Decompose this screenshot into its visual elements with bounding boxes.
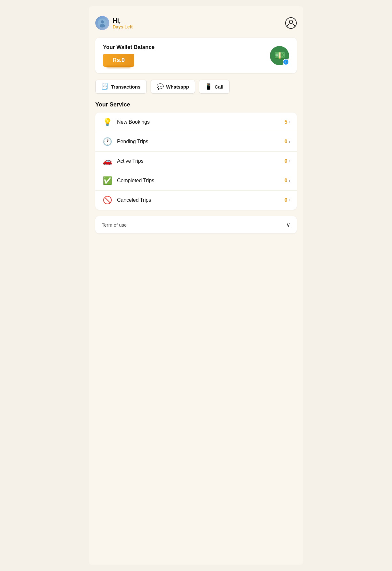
svg-point-1 [101,20,104,24]
avatar [95,16,109,30]
service-item-canceled-trips[interactable]: 🚫 Canceled Trips 0 › [95,191,297,210]
money-icon: 💵 [274,50,285,61]
term-of-use-chevron: ∨ [286,221,290,228]
term-of-use-label: Term of use [102,222,127,228]
active-trips-label: Active Trips [117,158,285,164]
greeting-text: Hi, [113,17,133,24]
canceled-trips-chevron: › [289,197,290,203]
active-trips-count: 0 [285,158,287,164]
new-bookings-icon: 💡 [102,118,113,127]
service-item-pending-trips[interactable]: 🕐 Pending Trips 0 › [95,132,297,152]
transactions-label: Transactions [111,84,141,90]
action-buttons: 🧾 Transactions 💬 Whatsapp 📱 Call [95,80,297,94]
completed-trips-count: 0 [285,178,287,184]
header-text: Hi, Days Left [113,17,133,29]
service-item-completed-trips[interactable]: ✅ Completed Trips 0 › [95,171,297,191]
service-item-active-trips[interactable]: 🚗 Active Trips 0 › [95,152,297,171]
header: Hi, Days Left [95,16,297,30]
svg-point-4 [289,20,293,23]
pending-trips-chevron: › [289,139,290,145]
pending-trips-icon: 🕐 [102,137,113,146]
active-trips-chevron: › [289,158,290,164]
profile-icon[interactable] [285,17,297,29]
pending-trips-label: Pending Trips [117,139,285,145]
phone-container: Hi, Days Left Your Wallet Balance Rs.0 💵… [89,6,303,565]
add-money-badge: + [283,59,289,65]
canceled-trips-icon: 🚫 [102,196,113,205]
new-bookings-label: New Bookings [117,119,285,125]
service-item-new-bookings[interactable]: 💡 New Bookings 5 › [95,113,297,132]
service-list: 💡 New Bookings 5 › 🕐 Pending Trips 0 › 🚗… [95,113,297,210]
completed-trips-chevron: › [289,178,290,184]
completed-trips-label: Completed Trips [117,178,285,184]
wallet-icon[interactable]: 💵 + [270,46,289,65]
wallet-balance-button[interactable]: Rs.0 [103,54,134,67]
transactions-icon: 🧾 [101,83,108,90]
new-bookings-chevron: › [289,119,290,125]
wallet-title: Your Wallet Balance [103,44,155,51]
call-button[interactable]: 📱 Call [199,80,230,94]
completed-trips-icon: ✅ [102,176,113,185]
your-service-title: Your Service [95,101,297,108]
svg-point-2 [100,24,105,27]
days-left-text: Days Left [113,24,133,29]
active-trips-icon: 🚗 [102,157,113,166]
call-label: Call [215,84,223,90]
whatsapp-label: Whatsapp [166,84,189,90]
new-bookings-count: 5 [285,119,287,125]
wallet-info: Your Wallet Balance Rs.0 [103,44,155,67]
term-of-use-section[interactable]: Term of use ∨ [95,216,297,233]
whatsapp-icon: 💬 [157,83,164,90]
header-left: Hi, Days Left [95,16,133,30]
canceled-trips-label: Canceled Trips [117,197,285,203]
pending-trips-count: 0 [285,139,287,145]
call-icon: 📱 [205,83,212,90]
whatsapp-button[interactable]: 💬 Whatsapp [151,80,195,94]
wallet-card: Your Wallet Balance Rs.0 💵 + [95,38,297,73]
canceled-trips-count: 0 [285,197,287,203]
transactions-button[interactable]: 🧾 Transactions [95,80,147,94]
